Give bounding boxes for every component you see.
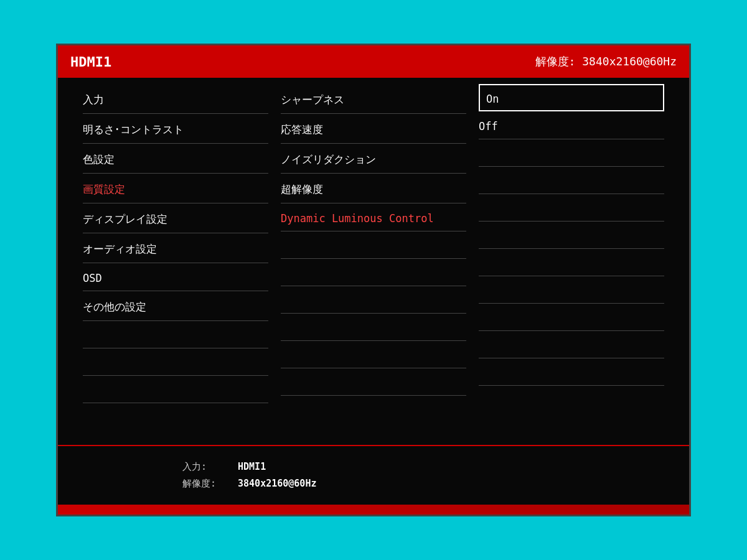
header-title: HDMI1 bbox=[70, 54, 111, 70]
content-area: 入力 明るさ･コントラスト 色設定 画質設定 ディスプレイ設定 オーディオ設定 … bbox=[58, 78, 689, 505]
col3-empty-2 bbox=[479, 167, 664, 194]
col2-empty-6 bbox=[281, 368, 466, 396]
menu-item-brightness[interactable]: 明るさ･コントラスト bbox=[83, 114, 268, 144]
footer-input-label: 入力: bbox=[182, 459, 232, 475]
menu-item-superresolution[interactable]: 超解像度 bbox=[281, 174, 466, 203]
col3-empty-4 bbox=[479, 222, 664, 249]
footer-input-line: 入力: HDMI1 bbox=[182, 459, 670, 475]
value-on[interactable]: On bbox=[479, 84, 664, 111]
col3-empty-9 bbox=[479, 358, 664, 386]
footer-resolution-line: 解像度: 3840x2160@60Hz bbox=[182, 475, 670, 492]
col3-empty-6 bbox=[479, 276, 664, 304]
col2-empty-3 bbox=[281, 286, 466, 314]
menu-item-input[interactable]: 入力 bbox=[83, 84, 268, 114]
footer-resolution-label: 解像度: bbox=[182, 475, 232, 492]
col3-empty-8 bbox=[479, 331, 664, 358]
menu-item-empty-1 bbox=[83, 321, 268, 348]
col2-empty-1 bbox=[281, 231, 466, 259]
col2-empty-5 bbox=[281, 341, 466, 368]
col3-empty-3 bbox=[479, 194, 664, 222]
menu-item-color[interactable]: 色設定 bbox=[83, 144, 268, 174]
menu-item-display[interactable]: ディスプレイ設定 bbox=[83, 203, 268, 233]
menu-item-empty-3 bbox=[83, 376, 268, 403]
col-right: On Off bbox=[472, 84, 670, 439]
menu-item-response[interactable]: 応答速度 bbox=[281, 114, 466, 144]
menu-item-empty-2 bbox=[83, 348, 268, 376]
menu-item-osd[interactable]: OSD bbox=[83, 263, 268, 291]
bottom-bar bbox=[58, 505, 689, 515]
col2-empty-2 bbox=[281, 259, 466, 286]
col3-empty-1 bbox=[479, 139, 664, 167]
menu-item-other[interactable]: その他の設定 bbox=[83, 291, 268, 321]
menu-item-sharpness[interactable]: シャープネス bbox=[281, 84, 466, 114]
menu-item-noise[interactable]: ノイズリダクション bbox=[281, 144, 466, 174]
header-resolution: 解像度: 3840x2160@60Hz bbox=[535, 54, 677, 69]
col3-empty-5 bbox=[479, 249, 664, 276]
menu-item-picture[interactable]: 画質設定 bbox=[83, 174, 268, 203]
menu-item-audio[interactable]: オーディオ設定 bbox=[83, 233, 268, 263]
menu-grid: 入力 明るさ･コントラスト 色設定 画質設定 ディスプレイ設定 オーディオ設定 … bbox=[58, 78, 689, 445]
col2-empty-4 bbox=[281, 314, 466, 341]
footer-area: 入力: HDMI1 解像度: 3840x2160@60Hz bbox=[58, 445, 689, 505]
col-left: 入力 明るさ･コントラスト 色設定 画質設定 ディスプレイ設定 オーディオ設定 … bbox=[77, 84, 275, 439]
footer-resolution-value: 3840x2160@60Hz bbox=[238, 478, 316, 489]
footer-input-value: HDMI1 bbox=[238, 461, 266, 472]
col-middle: シャープネス 応答速度 ノイズリダクション 超解像度 Dynamic Lumin… bbox=[275, 84, 472, 439]
col3-empty-7 bbox=[479, 304, 664, 331]
header-bar: HDMI1 解像度: 3840x2160@60Hz bbox=[58, 45, 689, 78]
menu-item-dlc[interactable]: Dynamic Luminous Control bbox=[281, 203, 466, 231]
monitor-osd: HDMI1 解像度: 3840x2160@60Hz 入力 明るさ･コントラスト … bbox=[56, 44, 691, 516]
value-off[interactable]: Off bbox=[479, 111, 664, 139]
